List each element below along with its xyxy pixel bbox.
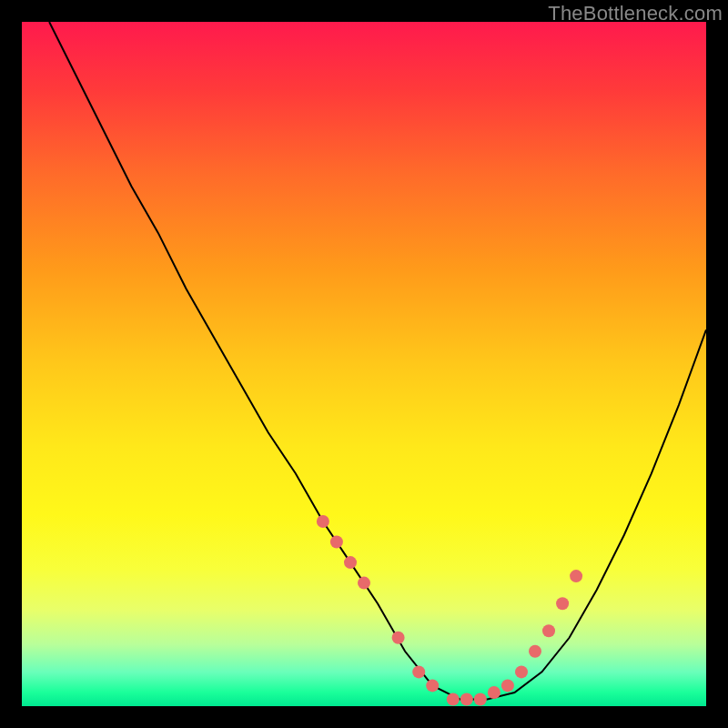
curve-dot	[412, 665, 425, 678]
watermark-text: TheBottleneck.com	[548, 2, 723, 25]
curve-dot	[556, 597, 569, 610]
curve-dot	[426, 679, 439, 692]
chart-frame	[22, 22, 706, 706]
curve-dot	[317, 515, 329, 528]
curve-dot	[330, 536, 343, 549]
curve-dot	[501, 679, 514, 692]
curve-dot	[460, 693, 473, 706]
curve-dot	[447, 693, 460, 706]
curve-dot	[529, 645, 541, 658]
curve-dot	[515, 665, 528, 678]
bottleneck-curve	[22, 22, 706, 706]
curve-dot	[570, 570, 582, 582]
curve-dot	[488, 686, 500, 699]
curve-dot	[358, 577, 370, 590]
curve-dot	[542, 624, 555, 637]
curve-dot	[392, 632, 405, 644]
curve-dot	[344, 556, 357, 569]
curve-dot	[474, 693, 487, 706]
